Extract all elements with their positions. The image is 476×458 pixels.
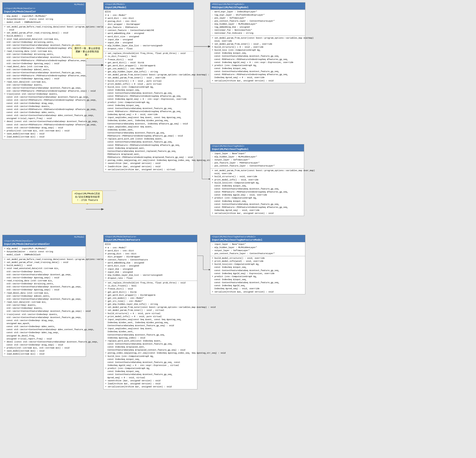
uml-item: + context_feature : ContextFeature (105, 258, 196, 262)
uml-item: + void read_annotated_data(std::istream … (4, 267, 85, 270)
uml-item: const POSFeature::POSFeatureIndexGroupSe… (105, 95, 193, 98)
uml-item: const IndexSeq &input_seq, (212, 67, 304, 70)
uml-item: const std::vector<IndexSeq> &dev_tag_seq… (4, 331, 85, 334)
uml-item: POSFeature &replaced_sent, (105, 153, 193, 156)
uml-item: + OutputDelimiter : static const string (4, 250, 85, 253)
uml-item: const std::vector<IndexSeq> &dev_sents, (4, 325, 85, 328)
uml-item: const POSFeature::POSFeatureIndexGroupSe… (212, 58, 304, 61)
uml-item: + set_model_param_from_inner() : void , … (212, 43, 304, 45)
uml-item: + build_loss (cnn::ComputationGraph &g, (105, 86, 193, 88)
uml-item: + build_model_structure() : void, overri… (212, 257, 304, 260)
uml-item: + build_loss (cnn::ComputationGraph &g, (105, 355, 196, 358)
uml-item: const ContextFeatureDataSeq &context_fea… (105, 361, 196, 364)
uml-item: const IndexSeq &replaced_sent, (105, 346, 196, 349)
uml-box-input1mlpmodel: «Input1MLPModel» Input1MLPModel 成员名 # m … (103, 2, 194, 172)
uml-item: + predict (cnn::ComputationGraph &g, (105, 101, 193, 104)
uml-item: - nonlinear_fun : NonlinearFunc* (212, 29, 304, 32)
uml-item: unsigned trivial_report_freq) : void (4, 337, 85, 340)
uml-item: const POSFeature::POSFeatureIndexGroupSe… (212, 73, 304, 76)
uml-item: std::vector<POSFeature::POSFeatureIndexG… (4, 74, 85, 77)
uml-item: const std::vector<ContextFeatureDataSeq>… (4, 328, 85, 331)
uml-item: + build_model() : void (4, 35, 85, 38)
uml-item: std::vector<IndexSeq> &training_sents, (4, 282, 85, 285)
uml-item: + set_replace_threshold(int freq_thres, … (105, 282, 196, 285)
uml-item: # m : cnn::Model* (105, 246, 196, 249)
uml-box5-stereotype: «Input1MLPModelHandler» (4, 240, 84, 242)
uml-item: void, override (212, 172, 303, 175)
uml-item: const IndexSeq &input_seq, (212, 266, 304, 269)
uml-box7-classname: Input1MLPWithoutTagNoFeatureModel (212, 238, 304, 242)
uml-item: POSFeature::POSFeatureIndexGroupSeq &rep… (105, 156, 193, 159)
uml-item: + loadArchive (&ar, unsigned version) : … (105, 165, 193, 168)
uml-item: const ContextFeatureDataSeq &context_fea… (212, 70, 304, 73)
uml-item: IndexSeq &postag_index) : void (105, 336, 196, 339)
uml-item: + word_embedding_dim : unsigned (105, 262, 196, 264)
uml-item: - output_layer : SoftmaxLayer* (212, 249, 304, 252)
uml-item: + build_structure() = 0 : void , overrid… (212, 46, 304, 49)
tooltip-2: #Input1MLPModel历史在/还在完整版等待处理！：2726 featu… (72, 191, 103, 204)
uml-box2-classname: Input1MLPModel (105, 6, 192, 9)
uml-item: + set_model_param_from_outer(const boost… (105, 73, 193, 77)
uml-item: + print_model_info() = 0 : void, pure vi… (105, 315, 196, 318)
uml-item: &pred_seq) = 0 : void, virtual (105, 376, 196, 379)
uml-item: - dict_wrapper : DictWrapper (105, 23, 193, 26)
uml-item: const IndexSeq &replaced_sent, (105, 147, 193, 150)
uml-item: const IndexSeq &input_seq, (212, 184, 303, 187)
uml-item: + is_dict_frozen() : bool (105, 55, 193, 58)
uml-item: const ContextFeatureDataSeq &context_fea… (105, 141, 193, 144)
uml-item: + ouput_dim : unsigned (105, 41, 193, 44)
uml-item: + get_word_dict() : void: Dict& (105, 61, 193, 64)
uml-item: + get_word_dict() : Dict& (105, 291, 196, 294)
uml-item: const IndexSeq &input_seq, (105, 104, 193, 107)
uml-box5-fields: + mlp_model : input1MLP::MLPModel* + Out… (3, 246, 86, 257)
uml-box1-methods: + set_model_param_before_read_training_d… (3, 25, 86, 139)
uml-item: + devel (const std::vector<ContextFeatur… (4, 340, 85, 344)
uml-item: const IndexSeq &input_seq, (212, 52, 304, 55)
uml-item: + read_test_data(std::istream &is, (4, 301, 85, 304)
uml-item: std::vector<IndexSeq> &postag_seqs) : vo… (4, 62, 85, 65)
uml-item: + get_src_line() : cnn::Model* (105, 300, 196, 303)
uml-item: const POSFeature::POSFeatureIndexGroupSe… (105, 110, 193, 113)
uml-item: const ContextFeatureDataSeq &context_fea… (105, 343, 196, 345)
uml-item: - input_layer : Base*input* (212, 152, 303, 155)
uml-item: + input_seq2index_seq(const Seq &sent, c… (105, 116, 193, 119)
uml-item: const ContextFeatureDataSeq &context_fea… (105, 373, 196, 376)
uml-item: const ContextFeatureDataSeq &context_fea… (105, 92, 193, 95)
uml-item: + predict (cnn::ComputationGraph &g, (212, 197, 303, 200)
uml-item: + read_test_data(std::istream &is, (4, 80, 85, 83)
uml-item: + dropout_rate : float (105, 277, 196, 280)
uml-item: - tag_expr_layer : ShiftedIndex2ExprLaye… (212, 13, 304, 17)
uml-item: std::vector<ContextFeatureDataSeq> &cont… (4, 298, 85, 301)
uml-item: std::vector<ContextFeatureDataSeq> &cont… (4, 71, 85, 74)
uml-item: + save_model(ostream &os) : void (4, 350, 85, 353)
uml-item: const std::vector<IndexSeq> &tag_seqs) :… (4, 344, 85, 346)
uml-item: std::vector<IndexSeq> &devel_sents, (4, 68, 85, 71)
uml-item: + set_model_param_after_read_training_da… (4, 261, 85, 264)
uml-item: + freeze_dict() : void (105, 58, 193, 61)
uml-item: IndexSeq &gold_seq) = 0 : cnn::expr::Exp… (105, 364, 196, 367)
uml-box6-methods: + set_replace_threshold(int freq_thres, … (103, 281, 197, 389)
uml-box-input1mlpmodelnofeaturehandler: MLPModel «Input1MLPModelHandler» Input1M… (2, 235, 86, 357)
uml-item: const std::vector<IndexSeq> &tag_seqs, (4, 319, 85, 322)
uml-item: # m : cnn::Model* (105, 14, 193, 17)
uml-item: + mlp_hidden_layer_dim_list : vector<uns… (105, 44, 193, 47)
uml-item: std::vector<IndexSeq> &postag_seqs) : vo… (4, 289, 85, 291)
uml-item: const IndexSeq &gold_seq) = 0 : cnn::exp… (212, 61, 304, 64)
uml-item: + set_model_param_before_read_training_d… (4, 258, 85, 261)
uml-item: + read_devel_data (std::istream &is, (4, 65, 85, 68)
uml-item: + set_model_param_from_outer(const boost… (212, 36, 304, 40)
uml-item: const IndexSeq &input_seq, (105, 358, 196, 361)
uml-box-input1mlpmodelnofeature: «Input1MLPModelNoFeature» Input1MLPModel… (103, 235, 197, 389)
uml-item: + get_word_dict_wrapper() : DictWrapper& (105, 64, 193, 67)
tooltip-2-text: #Input1MLPModel历史在/还在完整版等待处理！：2726 featu… (75, 193, 100, 202)
uml-item: + ouput_dim : unsigned (105, 271, 196, 274)
uml-item: + set_model_param_from_inner() : void , … (105, 309, 196, 312)
uml-item: + print_model_info(woid) : void, overrid… (212, 260, 304, 263)
uml-item: + save_model(ostream &os) : void (4, 132, 85, 135)
uml-item: - mlp_hidden_layer : MLPHiddenLayer* (212, 246, 304, 249)
uml-item: + word_embedding_dim : unsigned (105, 32, 193, 35)
uml-item: + read_devel_data (std::istream &is, (4, 291, 85, 295)
uml-item: + set_replace_threshold(int freq_thres, … (105, 52, 193, 55)
uml-item: unsigned do_devel_freq, (4, 334, 85, 337)
uml-item: const std::vector<IndexSeq> &sents, (4, 105, 85, 108)
